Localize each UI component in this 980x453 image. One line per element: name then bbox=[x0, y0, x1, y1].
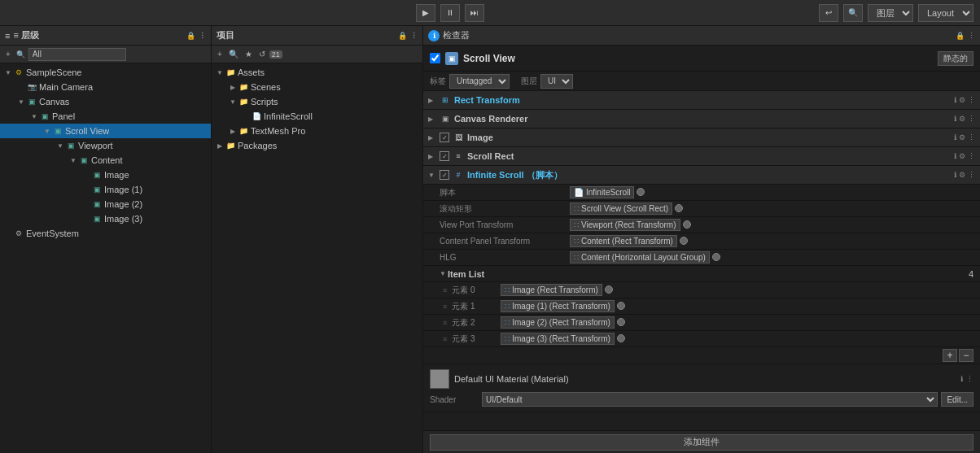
image-comp-check[interactable] bbox=[440, 133, 449, 142]
script-circle[interactable] bbox=[637, 188, 645, 198]
image-comp-header[interactable]: ▶ 🖼 Image ℹ ⚙ ⋮ bbox=[423, 128, 980, 146]
item-drag-2[interactable]: ≡ bbox=[443, 319, 447, 327]
rect-transform-settings[interactable]: ⚙ bbox=[959, 96, 965, 104]
hierarchy-more-icon[interactable]: ⋮ bbox=[199, 32, 206, 40]
canvas-renderer-settings[interactable]: ⚙ bbox=[959, 115, 965, 123]
image-comp-icon: 🖼 bbox=[453, 132, 464, 143]
infinite-scroll-info[interactable]: ℹ bbox=[954, 171, 956, 179]
tag-select[interactable]: Untagged bbox=[449, 74, 510, 89]
scroll-rect-prop-value[interactable]: ∷ Scroll View (Scroll Rect) bbox=[570, 203, 672, 215]
hlg-icon: ∷ bbox=[574, 253, 579, 262]
canvas-renderer-info[interactable]: ℹ bbox=[954, 115, 956, 123]
pause-button[interactable]: ⏸ bbox=[440, 4, 460, 22]
assets-add-button[interactable]: + bbox=[215, 49, 225, 59]
inspector-lock-icon[interactable]: 🔒 bbox=[956, 32, 965, 40]
infinite-scroll-check[interactable] bbox=[440, 170, 449, 180]
inspector-more-icon[interactable]: ⋮ bbox=[968, 32, 975, 40]
asset-item-assets[interactable]: ▼ 📁 Assets bbox=[212, 65, 422, 80]
hierarchy-lock-icon[interactable]: 🔒 bbox=[186, 32, 195, 40]
shader-edit-button[interactable]: Edit... bbox=[941, 392, 973, 407]
item-value-2[interactable]: ∷ Image (2) (Rect Transform) bbox=[501, 316, 615, 329]
canvas-renderer-more[interactable]: ⋮ bbox=[968, 115, 975, 123]
scroll-rect-settings[interactable]: ⚙ bbox=[959, 152, 965, 160]
item-value-area-3: ∷ Image (3) (Rect Transform) bbox=[501, 333, 973, 345]
assets-more-icon[interactable]: ⋮ bbox=[410, 32, 418, 40]
tree-item-image1[interactable]: ▶ ▣ Image (1) bbox=[0, 182, 211, 197]
item-value-3[interactable]: ∷ Image (3) (Rect Transform) bbox=[501, 333, 615, 345]
material-info-icon[interactable]: ℹ bbox=[960, 375, 963, 383]
canvas-renderer-header[interactable]: ▶ ▣ Canvas Renderer ℹ ⚙ ⋮ bbox=[423, 110, 980, 128]
assets-favorites-button[interactable]: ★ bbox=[243, 49, 255, 59]
hlg-value[interactable]: ∷ Content (Horizontal Layout Group) bbox=[570, 251, 710, 264]
assets-search-button[interactable]: 🔍 bbox=[226, 49, 241, 59]
hierarchy-search-input[interactable] bbox=[28, 48, 126, 61]
item-value-0[interactable]: ∷ Image (Rect Transform) bbox=[501, 284, 602, 296]
content-panel-value[interactable]: ∷ Content (Rect Transform) bbox=[570, 235, 677, 247]
script-value[interactable]: 📄 InfiniteScroll bbox=[570, 186, 634, 198]
item1-circle[interactable] bbox=[617, 302, 625, 311]
tree-item-panel[interactable]: ▼ ▣ Panel bbox=[0, 109, 211, 124]
hierarchy-panel: ≡ ≡ 层级 🔒 ⋮ + 🔍 ▼ ⚙ SampleScene ▶ 📷 bbox=[0, 26, 212, 453]
asset-item-textmeshpro[interactable]: ▶ 📁 TextMesh Pro bbox=[212, 124, 422, 138]
item-add-button[interactable]: + bbox=[943, 349, 957, 362]
hierarchy-add-button[interactable]: + bbox=[3, 49, 13, 59]
layers-select[interactable]: 图层 bbox=[868, 4, 913, 22]
tree-item-canvas[interactable]: ▼ ▣ Canvas bbox=[0, 94, 211, 109]
scroll-rect-header[interactable]: ▶ ≡ Scroll Rect ℹ ⚙ ⋮ bbox=[423, 147, 980, 165]
main-area: ≡ ≡ 层级 🔒 ⋮ + 🔍 ▼ ⚙ SampleScene ▶ 📷 bbox=[0, 26, 980, 453]
item-drag-1[interactable]: ≡ bbox=[443, 303, 447, 311]
play-button[interactable]: ▶ bbox=[416, 4, 435, 22]
content-label: Content bbox=[91, 155, 123, 165]
item-value-1[interactable]: ∷ Image (1) (Rect Transform) bbox=[501, 300, 615, 312]
scroll-rect-more[interactable]: ⋮ bbox=[968, 152, 975, 160]
asset-item-scripts[interactable]: ▼ 📁 Scripts bbox=[212, 94, 422, 109]
scroll-rect-check[interactable] bbox=[440, 151, 449, 161]
tree-item-scrollview[interactable]: ▼ ▣ Scroll View bbox=[0, 124, 211, 138]
image-more[interactable]: ⋮ bbox=[968, 133, 975, 142]
infinite-scroll-header[interactable]: ▼ # Infinite Scroll （脚本） ℹ ⚙ ⋮ bbox=[423, 166, 980, 184]
search-button[interactable]: 🔍 bbox=[843, 4, 863, 22]
undo-button[interactable]: ↩ bbox=[819, 4, 838, 22]
tree-item-eventsystem[interactable]: ▶ ⚙ EventSystem bbox=[0, 226, 211, 241]
asset-item-infinitescroll[interactable]: ▶ 📄 InfiniteScroll bbox=[212, 109, 422, 124]
infinite-scroll-settings[interactable]: ⚙ bbox=[959, 171, 965, 179]
item3-text: Image (3) (Rect Transform) bbox=[512, 334, 610, 343]
asset-item-scenes[interactable]: ▶ 📁 Scenes bbox=[212, 80, 422, 94]
static-button[interactable]: 静态的 bbox=[938, 51, 973, 66]
rect-transform-info[interactable]: ℹ bbox=[954, 96, 956, 104]
content-panel-circle[interactable] bbox=[680, 237, 688, 246]
scroll-rect-circle[interactable] bbox=[675, 204, 683, 214]
add-component-button[interactable]: 添加组件 bbox=[430, 434, 973, 451]
object-active-checkbox[interactable] bbox=[430, 53, 440, 63]
asset-item-packages[interactable]: ▶ 📁 Packages bbox=[212, 138, 422, 153]
tree-item-samplescene[interactable]: ▼ ⚙ SampleScene bbox=[0, 65, 211, 80]
item2-circle[interactable] bbox=[617, 318, 625, 328]
image-info[interactable]: ℹ bbox=[954, 133, 956, 142]
shader-select[interactable]: UI/Default bbox=[482, 392, 938, 407]
viewport-value[interactable]: ∷ Viewport (Rect Transform) bbox=[570, 219, 680, 231]
assets-refresh-button[interactable]: ↺ bbox=[256, 49, 268, 59]
step-button[interactable]: ⏭ bbox=[465, 4, 484, 22]
tree-item-viewport[interactable]: ▼ ▣ Viewport bbox=[0, 138, 211, 153]
tree-item-maincamera[interactable]: ▶ 📷 Main Camera bbox=[0, 80, 211, 94]
rect-transform-header[interactable]: ▶ ⊞ Rect Transform ℹ ⚙ ⋮ bbox=[423, 91, 980, 109]
viewport-circle[interactable] bbox=[683, 220, 691, 230]
layer-select[interactable]: UI bbox=[540, 74, 573, 89]
tree-item-content[interactable]: ▼ ▣ Content bbox=[0, 153, 211, 168]
tree-item-image2[interactable]: ▶ ▣ Image (2) bbox=[0, 197, 211, 211]
item3-circle[interactable] bbox=[617, 334, 625, 344]
scroll-rect-info[interactable]: ℹ bbox=[954, 152, 956, 160]
item-drag-3[interactable]: ≡ bbox=[443, 335, 447, 343]
infinite-scroll-more[interactable]: ⋮ bbox=[968, 171, 975, 179]
item-remove-button[interactable]: − bbox=[959, 349, 973, 362]
layout-select[interactable]: Layout bbox=[918, 4, 973, 22]
material-more-icon[interactable]: ⋮ bbox=[966, 375, 973, 383]
rect-transform-more[interactable]: ⋮ bbox=[968, 96, 975, 104]
tree-item-image3[interactable]: ▶ ▣ Image (3) bbox=[0, 211, 211, 226]
tree-item-image[interactable]: ▶ ▣ Image bbox=[0, 168, 211, 182]
item0-circle[interactable] bbox=[605, 285, 613, 295]
assets-lock-icon[interactable]: 🔒 bbox=[398, 32, 407, 40]
hlg-circle[interactable] bbox=[712, 253, 720, 263]
item-drag-0[interactable]: ≡ bbox=[443, 286, 447, 294]
image-settings[interactable]: ⚙ bbox=[959, 133, 965, 142]
